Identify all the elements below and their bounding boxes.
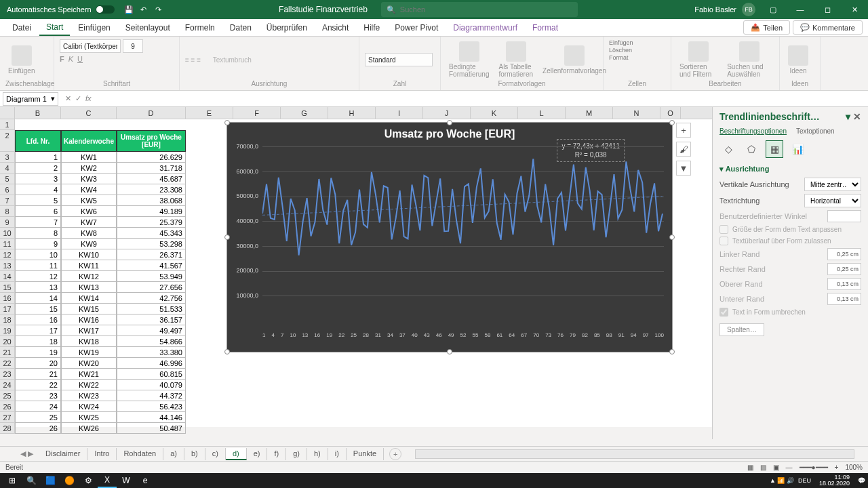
- table-row[interactable]: 20KW2046.996: [15, 358, 186, 369]
- sheet-tab[interactable]: a): [163, 448, 184, 460]
- row-header[interactable]: 26: [0, 401, 15, 412]
- search-taskbar-icon[interactable]: 🔍: [22, 473, 41, 488]
- column-header[interactable]: N: [613, 107, 660, 119]
- search-input[interactable]: [400, 5, 572, 14]
- table-row[interactable]: 22KW2240.079: [15, 380, 186, 390]
- sheet-tab[interactable]: Punkte: [347, 448, 384, 460]
- valign-select[interactable]: Mitte zentr…: [804, 178, 861, 191]
- column-header[interactable]: J: [423, 107, 471, 119]
- table-row[interactable]: 12KW1253.949: [15, 271, 186, 282]
- sheet-tab[interactable]: b): [184, 448, 205, 460]
- table-row[interactable]: 24KW2456.423: [15, 401, 186, 412]
- name-box[interactable]: Diagramm 1▾: [3, 92, 58, 106]
- ribbon-tab-überprüfen[interactable]: Überprüfen: [260, 20, 314, 35]
- row-header[interactable]: 19: [0, 325, 15, 336]
- row-header[interactable]: 24: [0, 380, 15, 390]
- sheet-tab[interactable]: h): [307, 448, 328, 460]
- row-header[interactable]: 4: [0, 163, 15, 174]
- column-header[interactable]: I: [376, 107, 423, 119]
- table-row[interactable]: 25KW2544.146: [15, 412, 186, 423]
- sheet-nav[interactable]: ◀ ▶: [20, 449, 33, 458]
- format-button[interactable]: Format: [609, 54, 629, 61]
- table-row[interactable]: 7KW725.379: [15, 217, 186, 228]
- pane-tab-label-options[interactable]: Beschriftungsoptionen: [719, 127, 787, 135]
- undo-icon[interactable]: ↶: [136, 2, 151, 17]
- sheet-tab[interactable]: e): [247, 448, 268, 460]
- enter-icon[interactable]: ✓: [75, 94, 81, 103]
- find-icon[interactable]: [739, 41, 760, 62]
- column-header[interactable]: K: [471, 107, 518, 119]
- row-header[interactable]: 17: [0, 304, 15, 314]
- fill-effects-icon[interactable]: ◇: [719, 140, 737, 158]
- row-header[interactable]: 3: [0, 152, 15, 163]
- app-icon[interactable]: ⚙: [79, 473, 98, 488]
- sheet-tab[interactable]: f): [267, 448, 286, 460]
- column-header[interactable]: B: [15, 107, 61, 119]
- row-header[interactable]: 18: [0, 314, 15, 325]
- table-row[interactable]: 3KW345.687: [15, 174, 186, 184]
- row-header[interactable]: 5: [0, 174, 15, 184]
- table-row[interactable]: 18KW1854.866: [15, 336, 186, 347]
- row-header[interactable]: 7: [0, 195, 15, 206]
- sheet-tab[interactable]: i): [328, 448, 347, 460]
- redo-icon[interactable]: ↷: [151, 2, 166, 17]
- chart-plus-button[interactable]: +: [676, 123, 691, 138]
- bold-button[interactable]: F: [60, 55, 64, 63]
- column-header[interactable]: E: [186, 107, 233, 119]
- autosave-toggle[interactable]: Automatisches Speichern: [0, 5, 121, 14]
- font-name-select[interactable]: [60, 39, 121, 53]
- label-options-icon[interactable]: 📊: [789, 140, 806, 158]
- column-header[interactable]: F: [233, 107, 281, 119]
- ribbon-tab-power pivot[interactable]: Power Pivot: [388, 20, 445, 35]
- table-row[interactable]: 19KW1933.380: [15, 347, 186, 358]
- fx-icon[interactable]: fx: [85, 94, 92, 103]
- table-row[interactable]: 5KW538.068: [15, 195, 186, 206]
- sheet-tab[interactable]: d): [226, 448, 247, 460]
- delete-button[interactable]: Löschen: [609, 47, 632, 54]
- table-row[interactable]: 21KW2160.815: [15, 369, 186, 380]
- zoom-level[interactable]: 100%: [845, 464, 863, 471]
- row-header[interactable]: 27: [0, 412, 15, 423]
- row-header[interactable]: 1: [0, 119, 15, 130]
- paste-icon[interactable]: [12, 45, 32, 66]
- sheet-tab[interactable]: Rohdaten: [117, 448, 163, 460]
- table-row[interactable]: 11KW1141.567: [15, 260, 186, 271]
- table-row[interactable]: 15KW1551.533: [15, 304, 186, 314]
- row-header[interactable]: 23: [0, 369, 15, 380]
- row-header[interactable]: 20: [0, 336, 15, 347]
- wrap-button[interactable]: Textumbruch: [213, 56, 252, 64]
- row-header[interactable]: 9: [0, 217, 15, 228]
- sheet-tab[interactable]: c): [205, 448, 226, 460]
- table-row[interactable]: 26KW2650.487: [15, 423, 186, 434]
- chart-filter-button[interactable]: ▼: [676, 161, 691, 176]
- table-format-icon[interactable]: [506, 41, 526, 62]
- table-row[interactable]: 14KW1442.756: [15, 293, 186, 304]
- edge-taskbar-icon[interactable]: e: [136, 473, 155, 488]
- table-row[interactable]: 17KW1749.497: [15, 325, 186, 336]
- ribbon-tab-diagrammentwurf[interactable]: Diagrammentwurf: [446, 20, 524, 35]
- share-button[interactable]: 📤 Teilen: [743, 20, 790, 35]
- row-header[interactable]: 12: [0, 249, 15, 260]
- row-header[interactable]: 16: [0, 293, 15, 304]
- table-row[interactable]: 4KW423.308: [15, 184, 186, 195]
- cancel-icon[interactable]: ✕: [65, 94, 71, 103]
- column-header[interactable]: D: [117, 107, 186, 119]
- row-header[interactable]: 6: [0, 184, 15, 195]
- row-header[interactable]: 21: [0, 347, 15, 358]
- clock[interactable]: 11:09 18.02.2020: [815, 474, 854, 487]
- table-row[interactable]: 6KW649.189: [15, 206, 186, 217]
- ribbon-tab-einfügen[interactable]: Einfügen: [71, 20, 117, 35]
- select-all-corner[interactable]: [0, 107, 15, 119]
- row-header[interactable]: 13: [0, 260, 15, 271]
- row-header[interactable]: 8: [0, 206, 15, 217]
- row-header[interactable]: 25: [0, 390, 15, 401]
- table-row[interactable]: 9KW953.298: [15, 239, 186, 249]
- table-row[interactable]: 16KW1636.157: [15, 314, 186, 325]
- table-row[interactable]: 23KW2344.372: [15, 390, 186, 401]
- table-row[interactable]: 2KW231.718: [15, 163, 186, 174]
- row-header[interactable]: 10: [0, 228, 15, 239]
- column-header[interactable]: M: [566, 107, 613, 119]
- table-row[interactable]: 13KW1327.656: [15, 282, 186, 293]
- search-box[interactable]: 🔍: [381, 2, 578, 17]
- effects-icon[interactable]: ⬠: [743, 140, 760, 158]
